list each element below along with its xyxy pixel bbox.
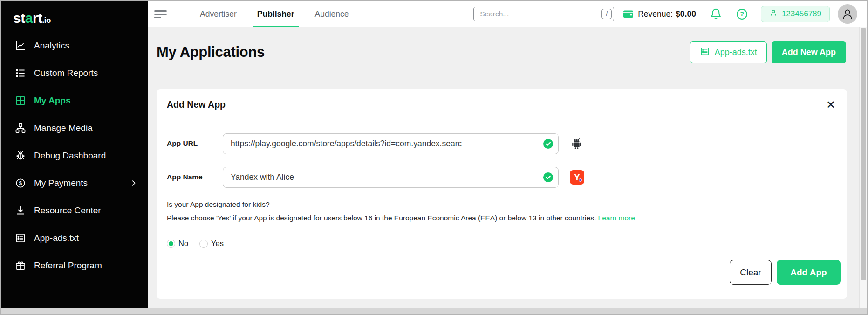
svg-text:?: ? — [740, 10, 744, 18]
avatar[interactable] — [838, 4, 857, 24]
sidebar-item-label: Debug Dashboard — [34, 151, 106, 161]
app-frame: start.io Analytics Custom Reports — [1, 1, 867, 308]
menu-toggle-icon[interactable] — [154, 8, 167, 20]
sidebar-item-label: Resource Center — [34, 205, 101, 216]
topbar: Advertiser Publisher Audience / Revenue:… — [148, 1, 867, 27]
grid-icon — [15, 95, 26, 106]
tab-advertiser[interactable]: Advertiser — [190, 1, 247, 27]
sidebar-item-my-payments[interactable]: $ My Payments — [1, 169, 148, 197]
radio-no[interactable]: No — [167, 239, 188, 248]
scrollbar-thumb[interactable] — [861, 28, 866, 280]
valid-check-icon — [543, 138, 554, 149]
notifications-bell-icon[interactable] — [710, 8, 722, 21]
sidebar-item-label: Manage Media — [34, 123, 93, 133]
revenue-label: Revenue: — [638, 9, 673, 19]
sidebar-item-app-ads[interactable]: App-ads.txt — [1, 224, 148, 252]
chevron-right-icon — [130, 179, 138, 187]
add-app-button[interactable]: Add App — [777, 260, 841, 285]
app-name-input[interactable] — [223, 167, 559, 188]
sidebar-item-analytics[interactable]: Analytics — [1, 32, 148, 59]
sidebar-item-label: Analytics — [34, 41, 69, 51]
account-id-badge[interactable]: 123456789 — [761, 6, 830, 22]
download-icon — [15, 205, 26, 216]
bug-icon — [15, 150, 26, 161]
kids-question: Is your App designated for kids? — [167, 200, 841, 209]
android-icon — [570, 137, 583, 151]
search-box: / — [473, 7, 614, 21]
app-ads-txt-button[interactable]: App-ads.txt — [690, 41, 767, 63]
document-list-icon — [15, 233, 26, 244]
app-url-row: App URL — [167, 133, 841, 154]
sidebar-nav: Analytics Custom Reports My Apps — [1, 32, 148, 279]
dollar-circle-icon: $ — [15, 178, 26, 189]
svg-text:$: $ — [19, 180, 22, 186]
sidebar-item-label: Custom Reports — [34, 68, 98, 78]
analytics-icon — [15, 40, 26, 51]
sidebar: start.io Analytics Custom Reports — [1, 1, 148, 308]
learn-more-link[interactable]: Learn more — [598, 214, 635, 222]
sidebar-item-label: My Payments — [34, 178, 88, 188]
radio-circle — [199, 240, 208, 248]
sidebar-item-label: Referral Program — [34, 260, 102, 271]
sidebar-item-referral-program[interactable]: Referral Program — [1, 252, 148, 279]
tab-publisher[interactable]: Publisher — [247, 1, 305, 27]
sidebar-item-my-apps[interactable]: My Apps — [1, 87, 148, 114]
app-window: start.io Analytics Custom Reports — [0, 0, 868, 315]
close-icon[interactable]: ✕ — [826, 99, 835, 110]
document-list-icon — [700, 46, 710, 59]
radio-yes[interactable]: Yes — [199, 239, 224, 248]
clear-button[interactable]: Clear — [730, 260, 772, 285]
revenue-indicator: Revenue: $0.00 — [623, 9, 696, 19]
yandex-app-icon: Y — [570, 170, 584, 185]
kids-radio-group: No Yes — [167, 239, 841, 248]
sidebar-item-custom-reports[interactable]: Custom Reports — [1, 59, 148, 87]
revenue-value: $0.00 — [676, 9, 696, 19]
app-url-input[interactable] — [223, 133, 559, 154]
sidebar-item-label: My Apps — [34, 96, 70, 106]
main-area: My Applications App-ads.txt Add New App — [148, 27, 867, 308]
add-new-app-button[interactable]: Add New App — [772, 41, 846, 63]
vertical-scrollbar[interactable] — [859, 27, 867, 308]
sitemap-icon — [15, 123, 26, 134]
card-title: Add New App — [167, 99, 226, 110]
help-icon[interactable]: ? — [736, 8, 748, 21]
wallet-icon — [623, 9, 634, 19]
app-url-label: App URL — [167, 133, 223, 154]
radio-circle — [167, 240, 175, 248]
list-icon — [15, 68, 26, 79]
main-column: Advertiser Publisher Audience / Revenue:… — [148, 1, 867, 308]
valid-check-icon — [543, 172, 554, 183]
role-tabs: Advertiser Publisher Audience — [190, 1, 359, 27]
kids-help-text: Please choose 'Yes' if your App is desig… — [167, 214, 841, 222]
page-title: My Applications — [157, 44, 265, 61]
startio-logo[interactable]: start.io — [1, 1, 148, 26]
sidebar-item-resource-center[interactable]: Resource Center — [1, 197, 148, 224]
app-name-row: App Name Y — [167, 167, 841, 188]
tab-audience[interactable]: Audience — [305, 1, 359, 27]
user-icon — [769, 9, 778, 20]
account-id: 123456789 — [782, 9, 821, 19]
gift-icon — [15, 260, 26, 271]
app-name-label: App Name — [167, 167, 223, 188]
search-input[interactable] — [473, 7, 614, 21]
slash-shortcut-badge: / — [601, 9, 612, 19]
sidebar-item-manage-media[interactable]: Manage Media — [1, 114, 148, 142]
sidebar-item-debug-dashboard[interactable]: Debug Dashboard — [1, 142, 148, 169]
add-new-app-card: Add New App ✕ App URL — [157, 89, 847, 299]
sidebar-item-label: App-ads.txt — [34, 233, 79, 243]
